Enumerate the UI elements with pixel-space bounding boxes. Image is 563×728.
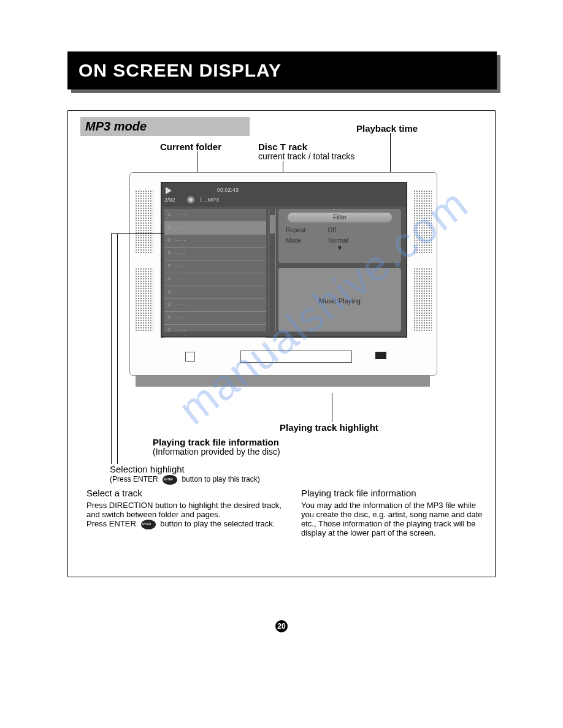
disc-slot-icon	[240, 351, 352, 363]
annot-selection-highlight: Selection highlight	[110, 464, 185, 474]
enter-button-icon	[163, 475, 177, 485]
enter-button-icon	[141, 520, 156, 529]
track-item-selected: . . .	[164, 222, 266, 235]
page-number: 20	[275, 620, 288, 632]
manual-page: ON SCREEN DISPLAY MP3 mode Playback time…	[0, 0, 563, 728]
section-title: ON SCREEN DISPLAY	[67, 51, 497, 89]
music-note-icon	[167, 288, 172, 294]
pointer-line	[332, 393, 332, 422]
repeat-row: Repeat : Off	[278, 225, 401, 235]
tv-device: 2/92 00:02:43 /....MP3 . . . . . . . . .…	[129, 172, 437, 376]
osd-screen: 2/92 00:02:43 /....MP3 . . . . . . . . .…	[161, 182, 407, 338]
annot-playing-track-file-info-sub: (Information provided by the disc)	[153, 447, 280, 457]
left-col-line2: Press ENTER button to play the selected …	[86, 519, 295, 529]
annot-disc-track-sub: current track / total tracks	[258, 151, 354, 161]
panel-button-icon	[185, 352, 195, 362]
speaker-grille-icon	[135, 268, 153, 332]
speaker-grille-icon	[413, 190, 432, 254]
folder-path: /....MP3	[200, 197, 219, 203]
scrollbar-thumb	[270, 215, 275, 233]
track-item: . . . .	[164, 260, 266, 273]
annot-disc-track: Disc T rack	[258, 142, 307, 152]
pointer-line	[111, 233, 164, 234]
track-list: . . . . . . . . . . . . . . . . . . . . …	[164, 209, 266, 332]
play-icon	[166, 187, 172, 194]
mode-label: MP3 mode	[80, 117, 250, 136]
chevron-down-icon: ▼	[278, 245, 401, 251]
annot-playback-time: Playback time	[356, 123, 418, 134]
track-item: . . . . .	[164, 209, 266, 222]
ir-window-icon	[375, 352, 386, 359]
track-item: . . . .	[164, 325, 266, 338]
disc-icon	[186, 195, 195, 204]
speaker-grille-icon	[413, 268, 432, 332]
annot-current-folder: Current folder	[160, 142, 221, 152]
music-note-icon	[167, 275, 172, 281]
track-counter: 2/92	[164, 197, 175, 203]
track-item: . . . .	[164, 235, 266, 248]
track-item: . . . .	[164, 248, 266, 260]
annot-playing-track-highlight: Playing track highlight	[280, 422, 378, 433]
music-playing-label: Music Playing	[278, 297, 401, 305]
right-column: Playing track file information You may a…	[301, 488, 485, 537]
annot-playing-track-file-info: Playing track file information	[153, 437, 279, 447]
music-note-icon	[167, 224, 172, 230]
options-panel: Filter Repeat : Off Mode : Normal ▼	[278, 209, 401, 263]
music-note-icon	[167, 237, 172, 243]
device-base	[136, 376, 430, 387]
pointer-line	[111, 233, 112, 464]
now-playing-panel: Music Playing	[278, 268, 401, 332]
music-note-icon	[167, 301, 172, 307]
section-header: ON SCREEN DISPLAY	[67, 51, 497, 89]
music-note-icon	[167, 249, 172, 256]
music-note-icon	[167, 314, 172, 320]
left-col-title: Select a track	[86, 488, 295, 498]
osd-header: 2/92 00:02:43 /....MP3	[162, 183, 406, 207]
pointer-line	[117, 233, 118, 464]
device-front-panel	[161, 344, 405, 369]
music-note-icon	[167, 327, 172, 333]
annot-selection-highlight-sub: (Press ENTER button to play this track)	[110, 475, 260, 485]
speaker-grille-icon	[135, 190, 153, 254]
track-item: . . . .	[164, 286, 266, 299]
playback-time-value: 00:02:43	[217, 187, 239, 193]
right-col-title: Playing track file information	[301, 488, 485, 498]
right-col-body: You may add the information of the MP3 f…	[301, 501, 485, 537]
track-item: . . . .	[164, 273, 266, 286]
scrollbar	[269, 209, 276, 332]
content-frame: MP3 mode Playback time Current folder Di…	[67, 110, 496, 577]
filter-button: Filter	[288, 213, 392, 222]
track-item: . . . .	[164, 312, 266, 325]
music-note-icon	[167, 262, 172, 268]
left-col-line1: Press DIRECTION button to highlight the …	[86, 501, 295, 519]
track-item: . . . .	[164, 299, 266, 312]
music-note-icon	[167, 211, 172, 217]
left-column: Select a track Press DIRECTION button to…	[86, 488, 295, 529]
